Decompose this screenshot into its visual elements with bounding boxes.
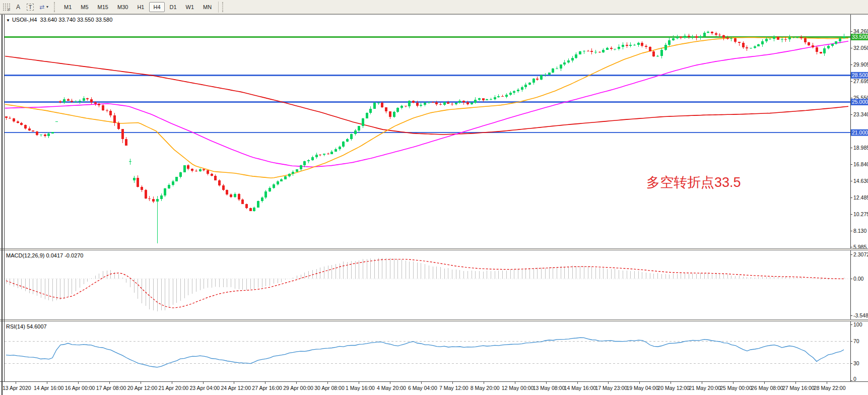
time-axis-label: 27 May 16:00 [782,385,815,391]
svg-text:2.3072: 2.3072 [853,251,868,257]
time-axis-tick [327,382,328,384]
svg-text:34.260: 34.260 [853,28,868,34]
time-axis-label: 20 Apr 12:00 [127,385,158,391]
font-tool-label: A [16,4,20,11]
time-axis-tick [203,382,204,384]
timeframe-buttons: M1M5M15M30H1H4D1W1MN [59,2,216,12]
time-axis-tick [296,382,297,384]
macd-label: MACD(12,26,9) 0.0417 -0.0270 [6,252,83,258]
chevron-down-icon[interactable]: ▼ [46,5,49,9]
timeframe-button-m30[interactable]: M30 [113,2,132,12]
chart-symbol-header[interactable]: ▼USOil-,H4 33.640 33.740 33.550 33.580 [6,17,112,23]
symbol-period-label: USOil-,H4 [12,17,37,23]
time-axis-tick [702,382,702,384]
chart-grid-icon[interactable]: F [1,2,12,13]
time-axis-label: 30 Apr 08:00 [314,385,345,391]
toolbar: F A T ⇄ ▼ M1M5M15M30H1H4D1W1MN [0,0,868,14]
time-axis-label: 21 Apr 20:00 [159,385,189,391]
time-axis[interactable]: 13 Apr 202014 Apr 16:0016 Apr 00:0017 Ap… [0,381,868,395]
svg-text:14.630: 14.630 [853,178,868,184]
time-axis-tick [234,382,234,384]
price-chart-panel[interactable]: 34.26032.05029.90527.69525.55023.34018.9… [0,15,868,248]
time-axis-tick [390,382,390,384]
time-axis-label: 27 Apr 16:00 [252,385,282,391]
rsi-label: RSI(14) 54.6007 [6,323,47,330]
time-axis-label: 23 Apr 04:00 [190,385,220,391]
time-axis-tick [47,382,47,384]
time-axis-tick [795,382,796,384]
timeframe-button-m1[interactable]: M1 [60,2,76,12]
time-axis-tick [452,382,453,384]
svg-text:29.905: 29.905 [853,61,868,68]
time-axis-label: 24 Apr 12:00 [221,385,251,391]
time-axis-tick [608,382,609,384]
time-axis-tick [78,382,79,384]
time-axis-tick [515,382,515,384]
svg-text:-3.5484: -3.5484 [853,312,868,318]
text-tool-button[interactable]: T [25,2,36,13]
time-axis-tick [16,382,16,384]
time-axis-label: 25 May 00:00 [720,385,752,391]
time-axis-tick [141,382,141,384]
time-axis-label: 19 May 04:00 [626,385,658,391]
time-axis-label: 1 May 16:00 [346,385,375,391]
svg-text:100: 100 [853,321,862,327]
timeframe-button-m15[interactable]: M15 [94,2,112,12]
svg-text:27.695: 27.695 [853,78,868,84]
timeframe-button-h1[interactable]: H1 [133,2,148,12]
svg-text:70: 70 [853,338,859,344]
toolbar-top-border [0,14,868,15]
rsi-indicator-panel[interactable]: 10070300 RSI(14) 54.6007 [0,321,868,381]
time-axis-label: 8 May 20:00 [471,385,500,391]
time-axis-label: 12 May 00:00 [502,385,534,391]
toolbar-separator [218,2,219,13]
time-axis-label: 20 May 12:00 [657,385,690,391]
time-axis-tick [671,382,671,384]
time-axis-tick [827,382,827,384]
time-axis-label: 17 Apr 08:00 [96,385,126,391]
svg-text:8.130: 8.130 [853,228,866,234]
time-axis-label: 17 May 23:00 [595,385,627,391]
svg-text:25.000: 25.000 [852,99,868,105]
svg-text:12.485: 12.485 [853,194,868,201]
ohlc-values: 33.640 33.740 33.550 33.580 [40,17,113,23]
time-axis-label: 7 May 12:00 [439,385,469,391]
timeframe-button-m5[interactable]: M5 [77,2,92,12]
svg-text:10.275: 10.275 [853,211,868,217]
window-left-border [2,15,3,395]
time-axis-label: 14 Apr 16:00 [34,385,64,391]
timeframe-button-d1[interactable]: D1 [166,2,181,12]
time-axis-label: 28 May 22:00 [814,385,846,391]
svg-text:33.500: 33.500 [852,34,868,40]
arrange-icon[interactable]: ⇄ ▼ [37,2,52,13]
time-axis-tick [546,382,547,384]
time-axis-tick [265,382,265,384]
time-axis-label: 4 May 20:00 [377,385,406,391]
time-axis-label: 13 May 08:00 [533,385,565,391]
chevron-down-icon[interactable]: ▼ [6,18,10,23]
text-tool-label: T [27,4,34,11]
toolbar-grip[interactable] [54,2,57,12]
svg-text:28.500: 28.500 [852,72,868,78]
svg-text:0: 0 [853,376,856,381]
timeframe-button-mn[interactable]: MN [199,2,216,12]
svg-text:18.985: 18.985 [853,145,868,151]
svg-text:23.340: 23.340 [853,111,868,117]
svg-text:21.000: 21.000 [852,129,868,136]
time-axis-tick [359,382,359,384]
toolbar-grip-2[interactable] [222,2,226,12]
time-axis-tick [421,382,422,384]
font-tool-button[interactable]: A [13,2,24,13]
svg-text:16.840: 16.840 [853,161,868,167]
svg-text:32.050: 32.050 [853,45,868,51]
plot-left-border [4,15,5,381]
time-axis-label: 21 May 20:00 [689,385,721,391]
timeframe-button-w1[interactable]: W1 [182,2,198,12]
time-axis-tick [172,382,172,384]
timeframe-button-h4[interactable]: H4 [149,2,164,12]
time-axis-tick [764,382,765,384]
svg-text:0.00: 0.00 [853,276,864,282]
arrange-glyph: ⇄ [40,4,45,11]
svg-text:30: 30 [853,360,859,366]
macd-indicator-panel[interactable]: 2.30720.00-3.5484 MACD(12,26,9) 0.0417 -… [0,250,868,319]
